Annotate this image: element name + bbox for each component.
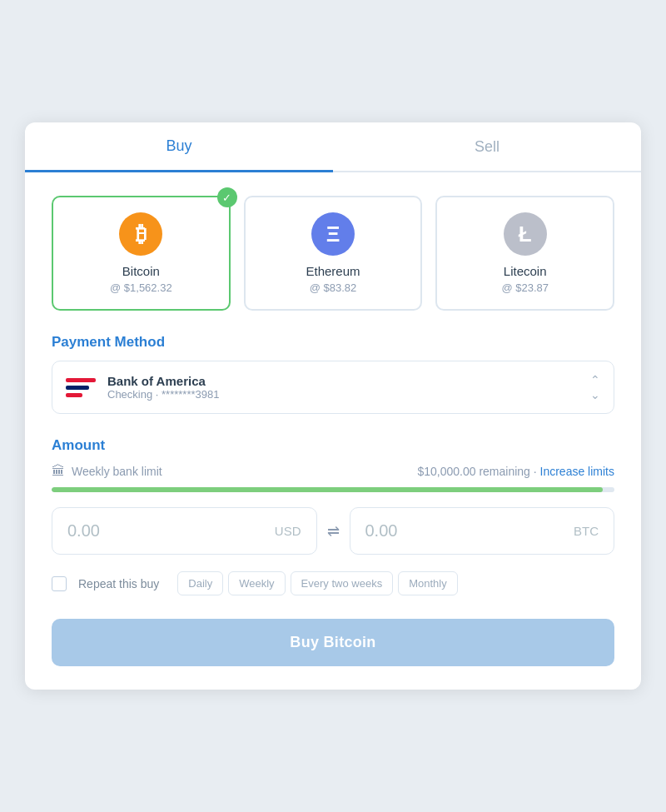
- main-card: Buy Sell ✓ ₿ Bitcoin @ $1,562.32 Ξ Ether…: [25, 122, 641, 690]
- crypto-card-bitcoin[interactable]: ✓ ₿ Bitcoin @ $1,562.32: [52, 196, 231, 311]
- ethereum-price: @ $83.82: [256, 281, 411, 294]
- bitcoin-price: @ $1,562.32: [63, 281, 219, 294]
- limit-label: Weekly bank limit: [72, 465, 162, 478]
- btc-value: 0.00: [365, 521, 398, 541]
- amount-input-row: 0.00 USD ⇌ 0.00 BTC: [52, 507, 614, 555]
- litecoin-icon: Ł: [504, 212, 547, 256]
- bank-name: Bank of America: [107, 374, 219, 388]
- limit-separator: ·: [534, 465, 540, 478]
- usd-input-box[interactable]: 0.00 USD: [52, 507, 317, 555]
- repeat-checkbox[interactable]: [52, 576, 67, 591]
- limit-progress-bar: [52, 487, 614, 492]
- ethereum-name: Ethereum: [256, 264, 411, 278]
- ethereum-icon: Ξ: [311, 212, 355, 256]
- chevron-updown-icon: ⌃ ⌄: [590, 373, 600, 401]
- freq-monthly[interactable]: Monthly: [398, 571, 458, 595]
- repeat-row: Repeat this buy Daily Weekly Every two w…: [52, 571, 614, 599]
- crypto-card-litecoin[interactable]: Ł Litecoin @ $23.87: [435, 196, 614, 311]
- tab-buy[interactable]: Buy: [25, 122, 333, 172]
- swap-icon[interactable]: ⇌: [327, 522, 340, 541]
- litecoin-name: Litecoin: [447, 264, 603, 278]
- bitcoin-icon: ₿: [119, 212, 162, 256]
- tab-sell[interactable]: Sell: [333, 122, 641, 171]
- repeat-label: Repeat this buy: [78, 577, 159, 590]
- limit-row: 🏛 Weekly bank limit $10,000.00 remaining…: [52, 464, 614, 479]
- bank-detail: Checking · ********3981: [107, 388, 219, 401]
- limit-left: 🏛 Weekly bank limit: [52, 464, 162, 479]
- freq-daily[interactable]: Daily: [177, 571, 223, 595]
- bank-of-america-logo: [66, 376, 96, 399]
- limit-right: $10,000.00 remaining · Increase limits: [417, 465, 614, 478]
- payment-method-selector[interactable]: Bank of America Checking · ********3981 …: [52, 361, 614, 414]
- buy-button[interactable]: Buy Bitcoin: [52, 619, 614, 666]
- bitcoin-name: Bitcoin: [63, 264, 219, 278]
- payment-left: Bank of America Checking · ********3981: [66, 374, 219, 401]
- frequency-buttons: Daily Weekly Every two weeks Monthly: [177, 571, 457, 595]
- payment-method-label: Payment Method: [52, 334, 614, 351]
- btc-currency: BTC: [574, 524, 599, 538]
- limit-progress-fill: [52, 487, 603, 492]
- selected-check-icon: ✓: [217, 187, 237, 207]
- crypto-card-ethereum[interactable]: Ξ Ethereum @ $83.82: [244, 196, 423, 311]
- content-area: ✓ ₿ Bitcoin @ $1,562.32 Ξ Ethereum @ $83…: [25, 172, 641, 690]
- freq-biweekly[interactable]: Every two weeks: [291, 571, 394, 595]
- crypto-selector: ✓ ₿ Bitcoin @ $1,562.32 Ξ Ethereum @ $83…: [52, 196, 614, 311]
- usd-currency: USD: [275, 524, 301, 538]
- litecoin-price: @ $23.87: [447, 281, 603, 294]
- freq-weekly[interactable]: Weekly: [228, 571, 285, 595]
- amount-section-label: Amount: [52, 437, 614, 454]
- bank-building-icon: 🏛: [52, 464, 65, 479]
- bank-info: Bank of America Checking · ********3981: [107, 374, 219, 401]
- usd-value: 0.00: [67, 521, 100, 541]
- btc-input-box[interactable]: 0.00 BTC: [350, 507, 615, 555]
- tab-bar: Buy Sell: [25, 122, 641, 172]
- increase-limits-link[interactable]: Increase limits: [540, 465, 614, 478]
- limit-remaining: $10,000.00 remaining: [417, 465, 529, 478]
